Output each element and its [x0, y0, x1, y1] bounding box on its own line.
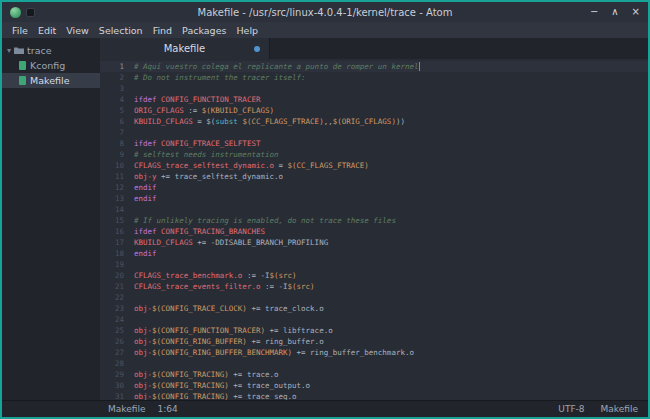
code-line[interactable]: 3	[100, 83, 648, 94]
line-number: 30	[100, 380, 124, 391]
tree-root-folder[interactable]: ▾ trace	[2, 42, 100, 58]
code-line[interactable]: 23obj-$(CONFIG_TRACE_CLOCK) += trace_clo…	[100, 303, 648, 314]
code-line[interactable]: 12endif	[100, 182, 648, 193]
editor-pane: Makefile 1# Aquí vuestro colega el repli…	[100, 38, 648, 400]
code-text: CFLAGS_trace_selftest_dynamic.o = $(CC_F…	[124, 160, 369, 171]
line-number: 20	[100, 270, 124, 281]
line-number: 14	[100, 204, 124, 215]
code-line[interactable]: 24	[100, 314, 648, 325]
code-line[interactable]: 6KBUILD_CFLAGS = $(subst $(CC_FLAGS_FTRA…	[100, 116, 648, 127]
code-text	[124, 83, 134, 94]
code-line[interactable]: 11obj-y += trace_selftest_dynamic.o	[100, 171, 648, 182]
line-number: 24	[100, 314, 124, 325]
menu-edit[interactable]: Edit	[33, 25, 61, 36]
code-text: KBUILD_CFLAGS = $(subst $(CC_FLAGS_FTRAC…	[124, 116, 405, 127]
code-text: endif	[124, 248, 157, 259]
code-text: endif	[124, 182, 157, 193]
editor[interactable]: 1# Aquí vuestro colega el replicante a p…	[100, 59, 648, 400]
code-line[interactable]: 14	[100, 204, 648, 215]
code-line[interactable]: 17KBUILD_CFLAGS += -DDISABLE_BRANCH_PROF…	[100, 237, 648, 248]
file-icon	[19, 76, 26, 85]
modified-indicator[interactable]	[254, 46, 260, 52]
status-file-name[interactable]: Makefile	[108, 404, 145, 414]
code-line[interactable]: 1# Aquí vuestro colega el replicante a p…	[100, 61, 648, 72]
line-number: 25	[100, 325, 124, 336]
status-grammar[interactable]: Makefile	[601, 404, 638, 414]
code-line[interactable]: 30obj-$(CONFIG_TRACING) += trace_output.…	[100, 380, 648, 391]
tab-label: Makefile	[164, 43, 206, 54]
code-line[interactable]: 2# Do not instrument the tracer itself:	[100, 72, 648, 83]
code-text	[124, 314, 134, 325]
menu-packages[interactable]: Packages	[177, 25, 231, 36]
code-line[interactable]: 20CFLAGS_trace_benchmark.o := -I$(src)	[100, 270, 648, 281]
tree-item-makefile[interactable]: Makefile	[2, 73, 100, 88]
code-line[interactable]: 4ifdef CONFIG_FUNCTION_TRACER	[100, 94, 648, 105]
line-number: 1	[100, 61, 124, 72]
code-line[interactable]: 10CFLAGS_trace_selftest_dynamic.o = $(CC…	[100, 160, 648, 171]
status-cursor-position[interactable]: 1:64	[157, 404, 177, 414]
code-text	[124, 127, 134, 138]
line-number: 15	[100, 215, 124, 226]
close-button[interactable]: ×	[632, 7, 640, 17]
atom-app-icon	[10, 7, 21, 18]
status-right: UTF-8 Makefile	[558, 404, 638, 414]
code-line[interactable]: 27obj-$(CONFIG_RING_BUFFER_BENCHMARK) +=…	[100, 347, 648, 358]
maximize-button[interactable]: ∧	[611, 7, 618, 17]
tab-bar: Makefile	[100, 38, 648, 59]
code-text: KBUILD_CFLAGS += -DDISABLE_BRANCH_PROFIL…	[124, 237, 328, 248]
menu-selection[interactable]: Selection	[94, 25, 148, 36]
code-line[interactable]: 15# If unlikely tracing is enabled, do n…	[100, 215, 648, 226]
menu-file[interactable]: File	[7, 25, 33, 36]
status-encoding[interactable]: UTF-8	[558, 404, 584, 414]
code-line[interactable]: 25obj-$(CONFIG_FUNCTION_TRACER) += libft…	[100, 325, 648, 336]
line-number: 18	[100, 248, 124, 259]
line-number: 23	[100, 303, 124, 314]
code-line[interactable]: 9# selftest needs instrumentation	[100, 149, 648, 160]
code-text: # If unlikely tracing is enabled, do not…	[124, 215, 396, 226]
menu-help[interactable]: Help	[231, 25, 263, 36]
tree-root-label: trace	[27, 45, 52, 56]
line-number: 2	[100, 72, 124, 83]
code-line[interactable]: 21CFLAGS_trace_events_filter.o := -I$(sr…	[100, 281, 648, 292]
code-line[interactable]: 13endif	[100, 193, 648, 204]
line-number: 29	[100, 369, 124, 380]
code-line[interactable]: 26obj-$(CONFIG_RING_BUFFER) += ring_buff…	[100, 336, 648, 347]
tree-item-label: Kconfig	[30, 60, 65, 71]
code-line[interactable]: 5ORIG_CFLAGS := $(KBUILD_CFLAGS)	[100, 105, 648, 116]
code-text: ifdef CONFIG_TRACING_BRANCHES	[124, 226, 265, 237]
code-text: CFLAGS_trace_events_filter.o := -I$(src)	[124, 281, 315, 292]
line-number: 26	[100, 336, 124, 347]
tree-item-kconfig[interactable]: Kconfig	[2, 58, 100, 73]
code-line[interactable]: 8ifdef CONFIG_FTRACE_SELFTEST	[100, 138, 648, 149]
menu-view[interactable]: View	[61, 25, 94, 36]
code-line[interactable]: 7	[100, 127, 648, 138]
minimize-button[interactable]: −	[590, 7, 598, 17]
window-controls: −∧×	[550, 7, 640, 17]
code-line[interactable]: 28	[100, 358, 648, 369]
code-line[interactable]: 29obj-$(CONFIG_TRACING) += trace.o	[100, 369, 648, 380]
code-line[interactable]: 18endif	[100, 248, 648, 259]
code-text: obj-$(CONFIG_FUNCTION_TRACER) += libftra…	[124, 325, 333, 336]
code-line[interactable]: 16ifdef CONFIG_TRACING_BRANCHES	[100, 226, 648, 237]
line-number: 10	[100, 160, 124, 171]
chevron-down-icon: ▾	[7, 46, 11, 55]
line-number: 28	[100, 358, 124, 369]
code-text: obj-$(CONFIG_TRACING) += trace_output.o	[124, 380, 310, 391]
atom-window: Makefile - /usr/src/linux-4.0.4-1/kernel…	[0, 0, 650, 419]
line-number: 9	[100, 149, 124, 160]
title-bar: Makefile - /usr/src/linux-4.0.4-1/kernel…	[2, 2, 648, 22]
menu-find[interactable]: Find	[148, 25, 177, 36]
tab-makefile[interactable]: Makefile	[100, 38, 270, 59]
line-number: 31	[100, 391, 124, 400]
status-bar: Makefile 1:64 UTF-8 Makefile	[2, 400, 648, 417]
code-line[interactable]: 31obj-$(CONFIG_TRACING) += trace_seq.o	[100, 391, 648, 400]
code-text	[124, 358, 134, 369]
line-number: 21	[100, 281, 124, 292]
text-cursor	[419, 62, 420, 71]
code-line[interactable]: 19	[100, 259, 648, 270]
line-number: 5	[100, 105, 124, 116]
code-line[interactable]: 22	[100, 292, 648, 303]
line-number: 3	[100, 83, 124, 94]
line-number: 27	[100, 347, 124, 358]
line-number: 8	[100, 138, 124, 149]
